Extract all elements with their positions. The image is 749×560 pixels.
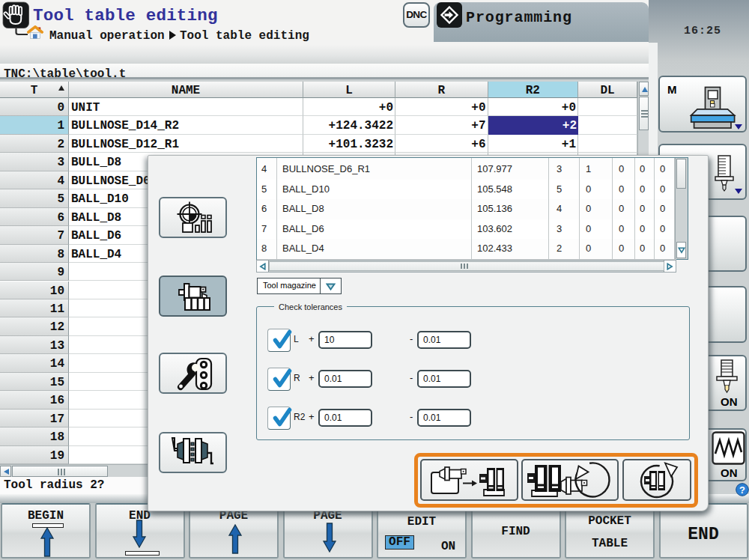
svg-text:?: ? xyxy=(739,484,745,496)
